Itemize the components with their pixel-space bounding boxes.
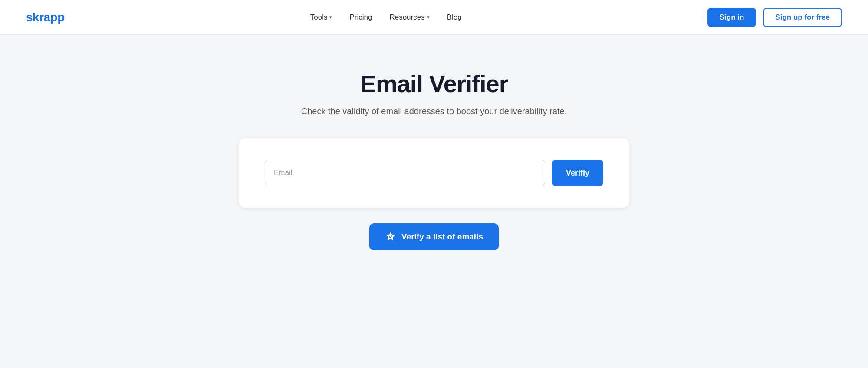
nav-pricing-label: Pricing: [349, 13, 372, 22]
navbar: skrapp Tools ▾ Pricing Resources ▾ Blog …: [0, 0, 868, 35]
email-input[interactable]: [265, 160, 545, 186]
nav-blog-label: Blog: [447, 13, 462, 22]
page-subtitle: Check the validity of email addresses to…: [301, 106, 567, 116]
page-title: Email Verifier: [360, 70, 508, 98]
main-content: Email Verifier Check the validity of ema…: [0, 35, 868, 250]
verify-list-button[interactable]: Verify a list of emails: [369, 223, 499, 250]
verify-list-label: Verify a list of emails: [401, 232, 483, 242]
verifier-card: Verifiy: [239, 138, 629, 208]
brand-logo[interactable]: skrapp: [26, 10, 65, 24]
nav-item-pricing[interactable]: Pricing: [349, 13, 372, 22]
nav-tools-label: Tools: [310, 13, 328, 22]
verify-button[interactable]: Verifiy: [552, 160, 603, 186]
nav-item-tools[interactable]: Tools ▾: [310, 13, 332, 22]
nav-links: Tools ▾ Pricing Resources ▾ Blog: [310, 13, 462, 22]
nav-resources-label: Resources: [389, 13, 424, 22]
signin-button[interactable]: Sign in: [707, 8, 756, 27]
chevron-down-icon: ▾: [329, 14, 332, 20]
input-row: Verifiy: [265, 160, 603, 186]
chevron-down-icon: ▾: [427, 14, 430, 20]
signup-button[interactable]: Sign up for free: [763, 8, 842, 27]
nav-item-resources[interactable]: Resources ▾: [389, 13, 429, 22]
nav-item-blog[interactable]: Blog: [447, 13, 462, 22]
nav-actions: Sign in Sign up for free: [707, 8, 842, 27]
verified-badge-icon: [385, 231, 396, 242]
